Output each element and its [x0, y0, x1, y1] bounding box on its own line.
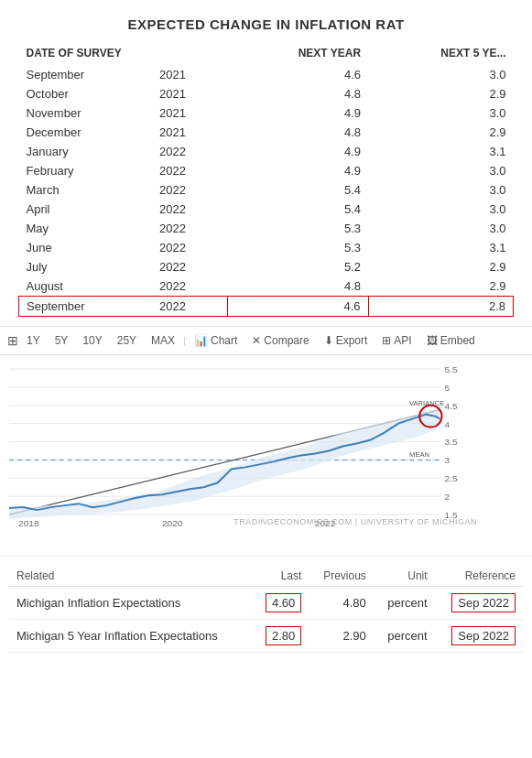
period-10y-btn[interactable]: 10Y	[76, 330, 108, 351]
compare-icon: ✕	[252, 334, 261, 347]
period-1y-btn[interactable]: 1Y	[20, 330, 47, 351]
table-cell-year: 2022	[152, 142, 228, 161]
table-cell-next-5y: 3.0	[368, 219, 513, 238]
table-cell-year: 2021	[152, 84, 228, 103]
table-cell-month: January	[19, 142, 153, 161]
table-cell-next-5y: 2.9	[368, 84, 513, 103]
col-header-date: DATE OF SURVEY	[19, 41, 228, 65]
table-cell-month: July	[19, 257, 153, 276]
page-title: EXPECTED CHANGE IN INFLATION RAT	[0, 0, 532, 41]
table-cell-next-5y: 3.1	[368, 142, 513, 161]
related-row-name[interactable]: Michigan Inflation Expectations	[9, 587, 252, 620]
table-cell-year: 2022	[152, 219, 228, 238]
bar-chart-icon: 📊	[194, 334, 208, 347]
period-max-btn[interactable]: MAX	[145, 330, 181, 351]
table-cell-month: March	[19, 180, 153, 200]
compare-btn[interactable]: ✕ Compare	[245, 330, 315, 351]
table-cell-next-5y: 3.0	[368, 161, 513, 180]
chart-btn[interactable]: 📊 Chart	[188, 330, 244, 351]
table-cell-month: February	[19, 161, 153, 180]
table-cell-next-5y: 3.0	[368, 65, 513, 84]
table-cell-next-year: 4.6	[228, 297, 369, 317]
related-row-last: 2.80	[252, 620, 309, 653]
period-25y-btn[interactable]: 25Y	[111, 330, 143, 351]
table-cell-next-5y: 2.8	[368, 297, 513, 317]
svg-text:MEAN: MEAN	[409, 450, 429, 459]
table-cell-next-year: 5.4	[228, 200, 369, 219]
svg-text:4.5: 4.5	[445, 401, 458, 411]
table-cell-year: 2022	[152, 297, 228, 317]
chart-toolbar: ⊞ 1Y 5Y 10Y 25Y MAX | 📊 Chart ✕ Compare …	[0, 326, 532, 355]
related-row-previous: 2.90	[309, 620, 374, 653]
table-cell-next-year: 5.4	[228, 180, 369, 200]
col-header-next-year: NEXT YEAR	[228, 41, 369, 65]
related-row-last: 4.60	[252, 587, 309, 620]
grid-icon: ⊞	[7, 333, 18, 348]
table-cell-next-5y: 2.9	[368, 123, 513, 142]
table-cell-next-year: 4.9	[228, 142, 369, 161]
related-col-unit: Unit	[374, 566, 435, 587]
table-cell-next-year: 5.3	[228, 238, 369, 257]
table-cell-next-5y: 3.0	[368, 200, 513, 219]
related-row-unit: percent	[374, 587, 435, 620]
table-cell-year: 2021	[152, 103, 228, 123]
table-cell-month: November	[19, 103, 153, 123]
table-cell-month: September	[19, 65, 153, 84]
export-btn[interactable]: ⬇ Export	[318, 330, 375, 351]
related-col-previous: Previous	[309, 566, 374, 587]
api-btn[interactable]: ⊞ API	[375, 330, 418, 351]
download-icon: ⬇	[324, 334, 333, 347]
related-row-unit: percent	[374, 620, 435, 653]
table-cell-next-year: 4.9	[228, 161, 369, 180]
svg-text:2018: 2018	[18, 518, 39, 528]
svg-text:2.5: 2.5	[445, 473, 458, 483]
table-cell-month: May	[19, 219, 153, 238]
table-cell-year: 2022	[152, 200, 228, 219]
embed-btn[interactable]: 🖼 Embed	[420, 330, 482, 351]
table-cell-year: 2022	[152, 180, 228, 200]
table-cell-next-5y: 3.0	[368, 103, 513, 123]
api-icon: ⊞	[382, 334, 391, 347]
related-col-name: Related	[9, 566, 252, 587]
svg-text:5: 5	[445, 383, 451, 393]
table-cell-month: October	[19, 84, 153, 103]
line-chart: 5.5 5 4.5 4 3.5 3 2.5 2 1.5 VARIANCE MEA…	[9, 360, 482, 528]
embed-icon: 🖼	[427, 334, 438, 347]
related-row-name[interactable]: Michigan 5 Year Inflation Expectations	[9, 620, 252, 653]
related-col-last: Last	[252, 566, 309, 587]
svg-text:3: 3	[445, 455, 451, 465]
svg-text:4: 4	[445, 419, 451, 429]
related-row-reference: Sep 2022	[435, 587, 523, 620]
table-cell-next-5y: 2.9	[368, 276, 513, 297]
inflation-data-table: DATE OF SURVEY NEXT YEAR NEXT 5 YE... Se…	[18, 41, 514, 317]
svg-text:5.5: 5.5	[445, 364, 458, 374]
table-cell-next-year: 4.8	[228, 123, 369, 142]
related-row-reference: Sep 2022	[435, 620, 523, 653]
table-cell-year: 2021	[152, 65, 228, 84]
related-row-previous: 4.80	[309, 587, 374, 620]
table-cell-year: 2022	[152, 276, 228, 297]
related-section: Related Last Previous Unit Reference Mic…	[0, 557, 532, 653]
svg-text:2: 2	[445, 492, 451, 502]
table-cell-next-5y: 3.0	[368, 180, 513, 200]
table-cell-next-year: 5.3	[228, 219, 369, 238]
table-cell-next-5y: 3.1	[368, 238, 513, 257]
table-cell-next-year: 4.8	[228, 84, 369, 103]
chart-container: 5.5 5 4.5 4 3.5 3 2.5 2 1.5 VARIANCE MEA…	[0, 355, 532, 557]
table-cell-month: December	[19, 123, 153, 142]
svg-text:2020: 2020	[162, 518, 183, 528]
table-cell-next-5y: 2.9	[368, 257, 513, 276]
table-cell-next-year: 4.6	[228, 65, 369, 84]
svg-text:VARIANCE: VARIANCE	[409, 399, 444, 407]
table-cell-year: 2022	[152, 238, 228, 257]
period-5y-btn[interactable]: 5Y	[49, 330, 75, 351]
table-cell-next-year: 4.8	[228, 276, 369, 297]
svg-text:3.5: 3.5	[445, 438, 458, 448]
table-cell-month: April	[19, 200, 153, 219]
table-cell-month: June	[19, 238, 153, 257]
related-table: Related Last Previous Unit Reference Mic…	[9, 566, 523, 653]
related-col-reference: Reference	[435, 566, 523, 587]
table-cell-year: 2022	[152, 257, 228, 276]
table-cell-next-year: 5.2	[228, 257, 369, 276]
watermark: TRADINGECONOMICS.COM | UNIVERSITY OF MIC…	[233, 517, 477, 526]
